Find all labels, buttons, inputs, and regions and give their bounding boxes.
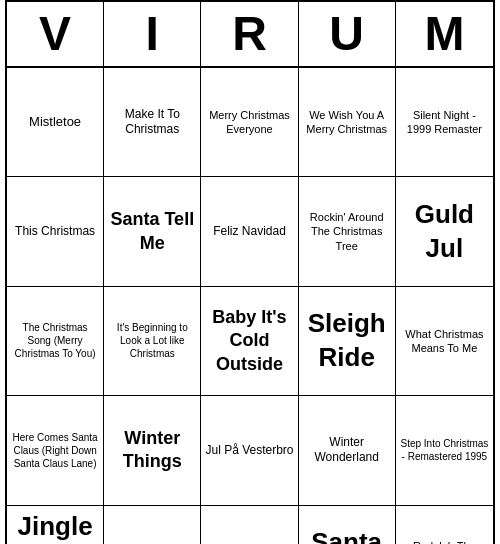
bingo-card: VIRUM MistletoeMake It To ChristmasMerry… [5,0,495,544]
bingo-cell: White Christmas [104,506,201,544]
bingo-cell: Here Comes Santa Claus (Right Down Santa… [7,396,104,505]
bingo-cell: Last Christmas [201,506,298,544]
bingo-cell: Mistletoe [7,68,104,177]
bingo-header: VIRUM [7,2,493,68]
bingo-cell: Feliz Navidad [201,177,298,286]
header-letter: V [7,2,104,66]
bingo-cell: Rudolph The Red-Nosed Reindeer [396,506,493,544]
bingo-cell: Sleigh Ride [299,287,396,396]
bingo-cell: It's Beginning to Look a Lot like Christ… [104,287,201,396]
bingo-cell: Silent Night - 1999 Remaster [396,68,493,177]
bingo-cell: Santa Tell Me [104,177,201,286]
bingo-cell: Jingle Bell Rock [7,506,104,544]
bingo-cell: Santa Baby [299,506,396,544]
bingo-grid: MistletoeMake It To ChristmasMerry Chris… [7,68,493,544]
header-letter: M [396,2,493,66]
header-letter: R [201,2,298,66]
bingo-cell: Make It To Christmas [104,68,201,177]
bingo-cell: Merry Christmas Everyone [201,68,298,177]
bingo-cell: What Christmas Means To Me [396,287,493,396]
bingo-cell: Rockin' Around The Christmas Tree [299,177,396,286]
bingo-cell: Winter Wonderland [299,396,396,505]
header-letter: U [299,2,396,66]
bingo-cell: Baby It's Cold Outside [201,287,298,396]
bingo-cell: This Christmas [7,177,104,286]
bingo-cell: Step Into Christmas - Remastered 1995 [396,396,493,505]
bingo-cell: We Wish You A Merry Christmas [299,68,396,177]
header-letter: I [104,2,201,66]
bingo-cell: Winter Things [104,396,201,505]
bingo-cell: Jul På Vesterbro [201,396,298,505]
bingo-cell: Guld Jul [396,177,493,286]
bingo-cell: The Christmas Song (Merry Christmas To Y… [7,287,104,396]
